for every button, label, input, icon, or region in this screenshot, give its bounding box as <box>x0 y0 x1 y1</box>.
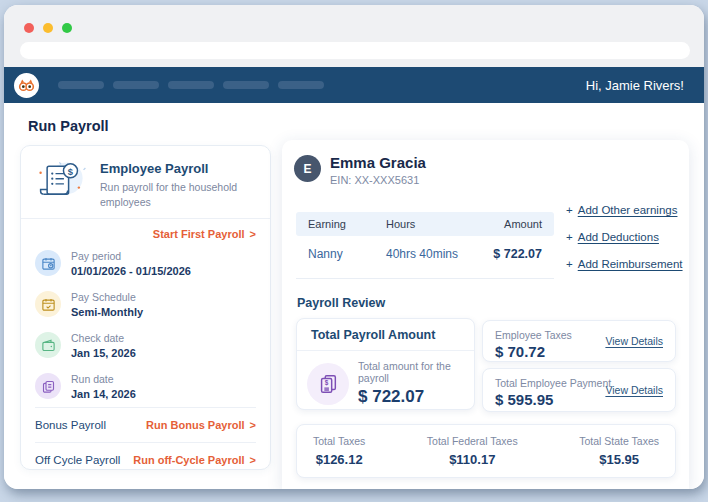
hours-cell: 40hrs 40mins <box>386 247 490 261</box>
item-label: Pay Schedule <box>71 291 143 303</box>
taxes-summary-card: Total Taxes $126.12 Total Federal Taxes … <box>296 424 676 478</box>
avatar: E <box>294 155 321 182</box>
bonus-payroll-row: Bonus Payroll Run Bonus Payroll > <box>21 408 270 442</box>
app-logo[interactable] <box>14 73 39 98</box>
total-payroll-amount-card: Total Payroll Amount $ Total amount for … <box>296 318 475 410</box>
pay-schedule-text: Pay Schedule Semi-Monthly <box>71 291 143 318</box>
total-taxes-label: Total Taxes <box>313 435 365 447</box>
item-value: Jan 15, 2026 <box>71 347 136 359</box>
total-federal-taxes-label: Total Federal Taxes <box>427 435 518 447</box>
amount-cell: $ 722.07 <box>490 247 542 261</box>
page-title: Run Payroll <box>28 118 109 134</box>
total-federal-taxes-value: $110.17 <box>427 452 518 467</box>
nav-item-placeholder[interactable] <box>168 81 214 89</box>
chevron-right-icon: > <box>250 228 256 240</box>
plus-icon: + <box>566 258 573 270</box>
total-payroll-amount-title: Total Payroll Amount <box>297 319 474 351</box>
run-date-text: Run date Jan 14, 2026 <box>71 373 136 400</box>
nav-item-placeholder[interactable] <box>223 81 269 89</box>
nav-item-placeholder[interactable] <box>58 81 104 89</box>
window-controls <box>24 23 72 33</box>
divider <box>296 278 554 279</box>
total-state-taxes-value: $15.95 <box>579 452 659 467</box>
check-date-text: Check date Jan 15, 2026 <box>71 332 136 359</box>
pay-schedule-item: Pay Schedule Semi-Monthly <box>21 284 270 325</box>
employee-name: Emma Gracia <box>330 154 426 171</box>
owl-logo-icon <box>17 76 36 95</box>
browser-chrome <box>4 5 704 67</box>
pay-period-item: Pay period 01/01/2026 - 01/15/2026 <box>21 243 270 284</box>
payroll-review-heading: Payroll Review <box>297 296 385 310</box>
plus-icon: + <box>566 204 573 216</box>
employee-detail-card: E Emma Gracia EIN: XX-XXX5631 Earning Ho… <box>282 140 689 489</box>
total-employee-payment-card: Total Employee Payment $ 595.95 View Det… <box>482 368 676 412</box>
item-label: Pay period <box>71 250 191 262</box>
earnings-table-header: Earning Hours Amount <box>296 212 554 236</box>
run-bonus-payroll-link[interactable]: Run Bonus Payroll > <box>146 419 256 431</box>
item-label: Check date <box>71 332 136 344</box>
nav-item-placeholder[interactable] <box>113 81 159 89</box>
employee-ein: EIN: XX-XXX5631 <box>330 174 419 186</box>
earnings-table: Earning Hours Amount Nanny 40hrs 40mins … <box>296 212 554 279</box>
total-taxes-col: Total Taxes $126.12 <box>313 435 365 467</box>
total-payroll-amount-text: Total amount for the payroll $ 722.07 <box>358 360 464 407</box>
svg-text:$: $ <box>325 379 329 387</box>
add-other-earnings-label: Add Other earnings <box>578 204 678 216</box>
calendar-check-icon <box>35 291 61 317</box>
payroll-illustration-icon: $ <box>35 158 91 206</box>
total-amount-value: $ 722.07 <box>358 387 464 407</box>
nav-menu <box>58 81 324 89</box>
add-deductions-link[interactable]: + Add Deductions <box>566 231 683 243</box>
employee-taxes-card: Employee Taxes $ 70.72 View Details <box>482 320 676 362</box>
start-first-payroll-label: Start First Payroll <box>153 228 245 240</box>
total-state-taxes-label: Total State Taxes <box>579 435 659 447</box>
invoices-icon: $ <box>307 363 349 405</box>
employee-payroll-text: Employee Payroll Run payroll for the hou… <box>100 158 240 209</box>
address-bar[interactable] <box>20 42 690 59</box>
minimize-window-icon[interactable] <box>43 23 53 33</box>
check-date-item: Check date Jan 15, 2026 <box>21 325 270 366</box>
documents-icon <box>35 373 61 399</box>
earning-cell: Nanny <box>308 247 386 261</box>
total-amount-label: Total amount for the payroll <box>358 360 464 384</box>
bonus-payroll-label: Bonus Payroll <box>35 419 106 431</box>
item-label: Run date <box>71 373 136 385</box>
item-value: Semi-Monthly <box>71 306 143 318</box>
svg-text:$: $ <box>68 167 74 177</box>
earning-column-header: Earning <box>308 218 386 230</box>
run-off-cycle-payroll-label: Run off-Cycle Payroll <box>133 454 244 466</box>
item-value: Jan 14, 2026 <box>71 388 136 400</box>
page-content: Run Payroll $ <box>4 103 704 489</box>
off-cycle-payroll-label: Off Cycle Payroll <box>35 454 120 466</box>
total-payroll-amount-body: $ Total amount for the payroll $ 722.07 <box>297 351 474 410</box>
calendar-period-icon <box>35 250 61 276</box>
wallet-icon <box>35 332 61 358</box>
nav-item-placeholder[interactable] <box>278 81 324 89</box>
run-off-cycle-payroll-link[interactable]: Run off-Cycle Payroll > <box>133 454 256 466</box>
off-cycle-payroll-row: Off Cycle Payroll Run off-Cycle Payroll … <box>21 443 270 470</box>
run-date-item: Run date Jan 14, 2026 <box>21 366 270 407</box>
run-bonus-payroll-label: Run Bonus Payroll <box>146 419 244 431</box>
hours-column-header: Hours <box>386 218 490 230</box>
add-reimbursement-label: Add Reimbursement <box>578 258 683 270</box>
total-federal-taxes-col: Total Federal Taxes $110.17 <box>427 435 518 467</box>
add-other-earnings-link[interactable]: + Add Other earnings <box>566 204 683 216</box>
item-value: 01/01/2026 - 01/15/2026 <box>71 265 191 277</box>
view-details-link[interactable]: View Details <box>605 335 663 347</box>
total-state-taxes-col: Total State Taxes $15.95 <box>579 435 659 467</box>
start-first-payroll-link[interactable]: Start First Payroll > <box>21 219 270 243</box>
table-row: Nanny 40hrs 40mins $ 722.07 <box>296 236 554 272</box>
view-details-link[interactable]: View Details <box>605 384 663 396</box>
employee-payroll-card: $ Employee Payroll Run payroll for the h… <box>20 145 271 470</box>
maximize-window-icon[interactable] <box>62 23 72 33</box>
add-reimbursement-link[interactable]: + Add Reimbursement <box>566 258 683 270</box>
total-taxes-value: $126.12 <box>313 452 365 467</box>
add-links-group: + Add Other earnings + Add Deductions + … <box>566 204 683 270</box>
card-title: Employee Payroll <box>100 161 240 176</box>
browser-window: Hi, Jamie Rivers! Run Payroll $ <box>4 5 704 489</box>
card-description: Run payroll for the household employees <box>100 180 240 209</box>
plus-icon: + <box>566 231 573 243</box>
close-window-icon[interactable] <box>24 23 34 33</box>
pay-period-text: Pay period 01/01/2026 - 01/15/2026 <box>71 250 191 277</box>
chevron-right-icon: > <box>250 454 256 466</box>
